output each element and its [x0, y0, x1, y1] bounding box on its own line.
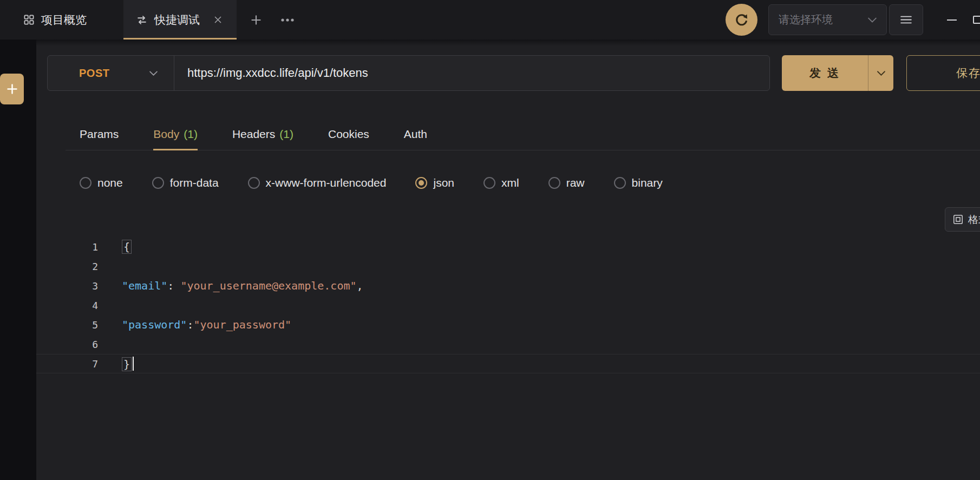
radio-label: json — [433, 176, 454, 189]
plus-icon — [250, 14, 262, 26]
editor-line-3[interactable]: 3"email": "your_username@example.com", — [36, 276, 980, 295]
app-window: 项目概览 快捷调试 — [0, 0, 980, 480]
main-panel: POST 发 送 保存 ParamsBody(1)Headers(1)Cooki… — [36, 40, 980, 480]
body-type-xml[interactable]: xml — [484, 176, 519, 189]
text-cursor — [133, 357, 134, 371]
ellipsis-icon — [280, 18, 295, 22]
radio-label: binary — [632, 176, 663, 189]
radio-icon — [415, 177, 427, 189]
body-type-json[interactable]: json — [415, 176, 454, 189]
maximize-icon — [973, 16, 980, 24]
environment-group: 请选择环境 — [768, 4, 923, 35]
send-button[interactable]: 发 送 — [782, 55, 893, 91]
tab-label: 项目概览 — [41, 12, 87, 28]
tab-headers[interactable]: Headers(1) — [232, 119, 293, 150]
editor-line-6[interactable]: 6 — [36, 334, 980, 354]
code-text: { — [122, 240, 132, 253]
code-text: "password":"your_password" — [122, 318, 291, 331]
tab-label: Auth — [404, 128, 427, 141]
environment-select[interactable]: 请选择环境 — [768, 4, 887, 35]
tab-label: 快捷调试 — [154, 12, 200, 28]
request-tabs: ParamsBody(1)Headers(1)CookiesAuth — [66, 119, 980, 150]
tab-label: Body — [153, 128, 179, 141]
radio-label: xml — [501, 176, 519, 189]
more-tabs-button[interactable] — [276, 8, 299, 32]
radio-label: form-data — [170, 176, 219, 189]
method-label: POST — [79, 67, 109, 80]
tab-auth[interactable]: Auth — [404, 119, 427, 150]
code-text: } — [122, 357, 134, 371]
radio-icon — [152, 177, 164, 189]
line-number: 6 — [36, 339, 98, 350]
body-type-radios: noneform-datax-www-form-urlencodedjsonxm… — [80, 172, 663, 194]
line-number: 7 — [36, 358, 98, 370]
radio-icon — [614, 177, 626, 189]
line-number: 3 — [36, 280, 98, 292]
tab-body[interactable]: Body(1) — [153, 119, 198, 150]
window-controls — [944, 12, 980, 27]
debug-icon — [136, 15, 147, 25]
format-button[interactable]: 格式化 — [945, 207, 980, 232]
radio-icon — [484, 177, 495, 189]
json-editor[interactable]: 1{23"email": "your_username@example.com"… — [36, 237, 980, 480]
body-type-x-www-form-urlencoded[interactable]: x-www-form-urlencoded — [248, 176, 387, 189]
format-label: 格式化 — [968, 213, 980, 227]
tab-project-overview[interactable]: 项目概览 — [11, 0, 100, 40]
radio-icon — [248, 177, 260, 189]
tab-params[interactable]: Params — [80, 119, 119, 150]
grid-icon — [24, 15, 34, 25]
url-input[interactable] — [174, 56, 769, 90]
line-number: 4 — [36, 300, 98, 311]
code-text: "email": "your_username@example.com", — [122, 279, 363, 292]
line-number: 2 — [36, 261, 98, 272]
method-select[interactable]: POST — [48, 56, 174, 90]
tab-count-badge: (1) — [279, 128, 293, 141]
minimize-icon — [947, 19, 957, 21]
radio-label: raw — [566, 176, 585, 189]
tab-label: Params — [80, 128, 119, 141]
request-url-box: POST — [47, 55, 770, 91]
body-type-none[interactable]: none — [80, 176, 123, 189]
editor-line-7[interactable]: 7} — [36, 354, 980, 373]
tab-label: Cookies — [328, 128, 369, 141]
send-label: 发 送 — [782, 55, 868, 91]
radio-label: x-www-form-urlencoded — [266, 176, 387, 189]
editor-line-4[interactable]: 4 — [36, 295, 980, 315]
new-tab-button[interactable] — [244, 8, 268, 32]
line-number: 1 — [36, 241, 98, 253]
chevron-down-icon — [877, 71, 885, 76]
radio-icon — [80, 177, 92, 189]
editor-line-1[interactable]: 1{ — [36, 237, 980, 257]
body-type-form-data[interactable]: form-data — [152, 176, 219, 189]
send-options-button[interactable] — [868, 55, 893, 91]
tab-cookies[interactable]: Cookies — [328, 119, 369, 150]
sync-button[interactable] — [726, 4, 757, 36]
radio-label: none — [97, 176, 123, 189]
sidebar-add-button[interactable] — [0, 74, 24, 104]
tab-bar: 项目概览 快捷调试 — [0, 0, 980, 40]
chevron-down-icon — [149, 71, 158, 76]
line-number: 5 — [36, 319, 98, 331]
plus-icon — [6, 83, 18, 95]
minimize-button[interactable] — [944, 16, 960, 24]
tab-count-badge: (1) — [184, 128, 198, 141]
tab-quick-debug[interactable]: 快捷调试 — [123, 0, 237, 40]
save-button[interactable]: 保存 — [906, 55, 980, 91]
radio-icon — [548, 177, 560, 189]
environment-placeholder: 请选择环境 — [779, 12, 833, 27]
menu-button[interactable] — [889, 4, 923, 35]
tab-label: Headers — [232, 128, 275, 141]
close-tab-icon[interactable] — [212, 14, 224, 25]
editor-line-5[interactable]: 5"password":"your_password" — [36, 315, 980, 334]
titlebar-right-cluster: 请选择环境 — [726, 0, 980, 40]
topbar-shadow — [36, 40, 980, 46]
chevron-down-icon — [868, 17, 877, 23]
sidebar — [0, 40, 36, 480]
body-type-binary[interactable]: binary — [614, 176, 663, 189]
hamburger-icon — [900, 15, 912, 24]
maximize-button[interactable] — [970, 12, 980, 27]
body-type-raw[interactable]: raw — [548, 176, 585, 189]
format-icon — [953, 214, 963, 225]
editor-line-2[interactable]: 2 — [36, 257, 980, 276]
sync-icon — [734, 12, 749, 27]
